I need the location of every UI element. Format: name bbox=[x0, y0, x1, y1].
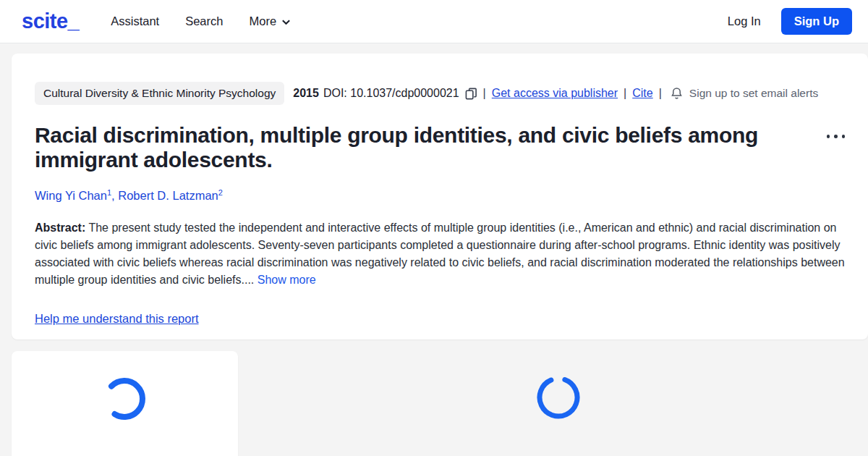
abstract-text: The present study tested the independent… bbox=[35, 221, 845, 286]
ellipsis-icon bbox=[842, 135, 846, 138]
separator: | bbox=[659, 87, 662, 100]
abstract-paragraph: Abstract: The present study tested the i… bbox=[35, 219, 852, 289]
publication-year: 2015 bbox=[293, 87, 319, 100]
spinner-icon bbox=[101, 376, 148, 422]
ellipsis-icon bbox=[827, 135, 830, 138]
nav-search-label: Search bbox=[185, 14, 223, 28]
nav-item-search[interactable]: Search bbox=[185, 14, 223, 28]
journal-badge[interactable]: Cultural Diversity & Ethnic Minority Psy… bbox=[35, 82, 284, 105]
nav-item-assistant[interactable]: Assistant bbox=[111, 14, 159, 28]
spinner-icon bbox=[535, 374, 582, 421]
understand-report-link[interactable]: Help me understand this report bbox=[35, 312, 199, 326]
author-link-1[interactable]: Wing Yi Chan1 bbox=[35, 189, 111, 202]
author-affiliation-sup: 2 bbox=[218, 187, 223, 196]
nav-assistant-label: Assistant bbox=[111, 14, 159, 28]
copy-doi-button[interactable] bbox=[465, 88, 477, 100]
chevron-down-icon bbox=[281, 17, 291, 27]
abstract-label: Abstract: bbox=[35, 221, 85, 234]
paper-title: Racial discrimination, multiple group id… bbox=[35, 123, 801, 172]
scite-logo[interactable]: scite_ bbox=[22, 9, 79, 33]
doi-value: DOI: 10.1037/cdp0000021 bbox=[323, 87, 459, 100]
author-separator: , bbox=[111, 189, 118, 202]
separator: | bbox=[624, 87, 626, 100]
ellipsis-icon bbox=[834, 135, 838, 138]
separator: | bbox=[483, 87, 486, 100]
nav-more-label: More bbox=[249, 14, 276, 28]
email-alerts-signup[interactable]: Sign up to set email alerts bbox=[689, 87, 818, 100]
copy-icon bbox=[465, 88, 477, 100]
login-link[interactable]: Log In bbox=[728, 14, 761, 28]
signup-button[interactable]: Sign Up bbox=[781, 8, 852, 35]
top-navigation-bar: scite_ Assistant Search More Log In Sign… bbox=[0, 0, 868, 43]
show-more-link[interactable]: Show more bbox=[258, 274, 316, 286]
author-link-2[interactable]: Robert D. Latzman2 bbox=[118, 189, 223, 202]
get-access-link[interactable]: Get access via publisher bbox=[492, 87, 618, 100]
header-right-actions: Log In Sign Up bbox=[728, 8, 852, 35]
author-list: Wing Yi Chan1, Robert D. Latzman2 bbox=[35, 187, 852, 203]
nav-item-more[interactable]: More bbox=[249, 14, 291, 28]
main-nav: Assistant Search More bbox=[111, 14, 291, 28]
paper-detail-card: Cultural Diversity & Ethnic Minority Psy… bbox=[12, 54, 868, 339]
bell-icon bbox=[671, 87, 683, 100]
overflow-menu-button[interactable] bbox=[822, 130, 850, 143]
cite-link[interactable]: Cite bbox=[632, 87, 652, 100]
paper-meta-row: Cultural Diversity & Ethnic Minority Psy… bbox=[35, 82, 852, 105]
